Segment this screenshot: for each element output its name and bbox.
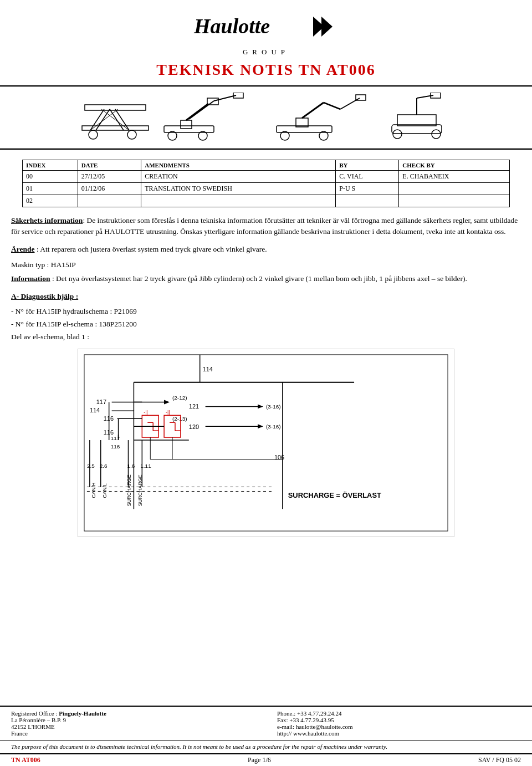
footer-disclaimer: The purpose of this document is to disse…	[0, 740, 532, 753]
svg-text:2.5: 2.5	[87, 463, 95, 469]
main-content: INDEX DATE AMENDMENTS BY CHECK BY 00 27/…	[0, 150, 532, 706]
fax-line: Fax: +33 4.77.29.43.95	[277, 717, 521, 723]
footer-left-ref: TN AT006	[11, 756, 40, 764]
table-row: 00 27/12/05 CREATION C. VIAL E. CHABANEI…	[23, 171, 510, 183]
svg-line-26	[302, 103, 324, 118]
safety-section: Säkerhets information: De instruktioner …	[11, 215, 521, 238]
svg-line-5	[115, 109, 129, 130]
svg-point-32	[432, 130, 441, 139]
diagram-container: 114 114 117 116 (2-12) 121	[11, 349, 521, 537]
telescopic-lift-icon	[158, 93, 269, 142]
cell-amendments: TRANSLATION TO SWEDISH	[141, 183, 336, 195]
footer-right: Phone.: +33 4.77.29.24.24 Fax: +33 4.77.…	[277, 710, 521, 737]
header: Haulotte GROUP Teknisk Notis TN AT006	[0, 0, 532, 87]
diag-line-3: Del av el-schema, blad 1 :	[11, 331, 521, 344]
cell-by: C. VIAL	[336, 171, 399, 183]
svg-text:SURCHARGE = ÖVERLAST: SURCHARGE = ÖVERLAST	[288, 492, 381, 500]
svg-text:120: 120	[189, 424, 199, 431]
safety-label: Säkerhets information	[11, 216, 83, 224]
svg-line-18	[189, 101, 214, 119]
svg-line-17	[186, 104, 208, 120]
cell-check-by: E. CHABANEIX	[399, 171, 510, 183]
svg-line-9	[101, 109, 129, 130]
col-index: INDEX	[23, 160, 78, 171]
svg-text:(2-13): (2-13)	[172, 416, 187, 422]
svg-text:114: 114	[203, 366, 213, 372]
svg-text:(3-16): (3-16)	[266, 424, 281, 430]
svg-line-8	[90, 109, 118, 130]
doc-title: Teknisk Notis TN AT006	[0, 61, 532, 79]
svg-text:117: 117	[96, 399, 106, 406]
diag-line-2: - N° för HA15IP el-schema : 138P251200	[11, 318, 521, 331]
maskin-section: Maskin typ : HA15IP	[11, 261, 521, 269]
svg-point-12	[127, 130, 136, 139]
maskin-text: : HA15IP	[45, 261, 76, 269]
logo: Haulotte	[188, 10, 344, 45]
registered-office-label: Registered Office :	[11, 710, 58, 717]
fax-label: Fax:	[277, 717, 288, 723]
scissor-lift-icon	[76, 93, 154, 142]
fax: +33 4.77.29.43.95	[289, 717, 334, 723]
table-row: 01 01/12/06 TRANSLATION TO SWEDISH P-U S	[23, 183, 510, 195]
cell-date: 27/12/05	[78, 171, 141, 183]
footer-center-page: Page 1/6	[248, 756, 271, 764]
footer-bar: TN AT006 Page 1/6 SAV / FQ 05 02	[0, 753, 532, 766]
diag-title: A- Diagnostik hjälp :	[11, 290, 521, 303]
svg-line-6	[96, 109, 110, 130]
svg-rect-16	[181, 120, 192, 129]
cell-amendments: CREATION	[141, 171, 336, 183]
arende-section: Ärende : Att reparera och justera överla…	[11, 243, 521, 256]
cell-date	[78, 195, 141, 207]
phone-line: Phone.: +33 4.77.29.24.24	[277, 710, 521, 717]
svg-text:-||: -||	[144, 410, 148, 416]
page: Haulotte GROUP Teknisk Notis TN AT006	[0, 0, 532, 766]
svg-text:(2-12): (2-12)	[172, 395, 187, 401]
svg-point-31	[393, 130, 402, 139]
cell-by: P-U S	[336, 183, 399, 195]
svg-point-11	[89, 130, 98, 139]
svg-text:(3-16): (3-16)	[266, 404, 281, 410]
svg-line-27	[324, 103, 340, 109]
cell-index: 02	[23, 195, 78, 207]
safety-text: : De instruktioner som föreslås i denna …	[11, 216, 518, 236]
footer-left: Registered Office : Pinguely-Haulotte La…	[11, 710, 255, 737]
col-amendments: AMENDMENTS	[141, 160, 336, 171]
web-label: http://	[277, 730, 291, 737]
email-label: e-mail:	[277, 723, 294, 730]
svg-line-4	[90, 109, 104, 130]
svg-marker-2	[321, 17, 332, 37]
svg-text:CAN/H: CAN/H	[91, 483, 96, 498]
footer-right-ref: SAV / FQ 05 02	[478, 756, 521, 764]
cell-date: 01/12/06	[78, 183, 141, 195]
svg-text:114: 114	[90, 407, 100, 414]
maskin-label: Maskin typ	[11, 261, 45, 269]
footer: Registered Office : Pinguely-Haulotte La…	[0, 706, 532, 766]
svg-text:116: 116	[104, 416, 114, 422]
phone: +33 4.77.29.24.24	[297, 710, 341, 717]
email-line: e-mail: haulotte@haulotte.com	[277, 723, 521, 730]
svg-text:116: 116	[111, 443, 120, 450]
svg-text:117: 117	[111, 435, 120, 441]
information-label: Information	[11, 274, 50, 283]
web: www.haulotte.com	[293, 730, 339, 737]
col-date: DATE	[78, 160, 141, 171]
arende-text: : Att reparera och justera överlast syst…	[35, 245, 267, 253]
index-table: INDEX DATE AMENDMENTS BY CHECK BY 00 27/…	[22, 160, 510, 207]
cell-index: 00	[23, 171, 78, 183]
address-line3: France	[11, 730, 255, 737]
svg-text:121: 121	[189, 404, 199, 410]
svg-line-7	[110, 109, 124, 130]
svg-text:SURCHARGE: SURCHARGE	[137, 475, 143, 507]
col-by: BY	[336, 160, 399, 171]
cell-check-by	[399, 195, 510, 207]
svg-rect-33	[397, 115, 436, 126]
electrical-diagram: 114 114 117 116 (2-12) 121	[78, 349, 454, 537]
email: haulotte@haulotte.com	[296, 723, 353, 730]
svg-text:CAN/L: CAN/L	[102, 483, 108, 498]
web-line: http:// www.haulotte.com	[277, 730, 521, 737]
logo-group-text: GROUP	[0, 48, 532, 57]
logo-area: Haulotte	[0, 10, 532, 45]
arende-label: Ärende	[11, 245, 35, 253]
address-line2: 42152 L'HORME	[11, 723, 255, 730]
articulated-lift-icon	[274, 93, 385, 142]
